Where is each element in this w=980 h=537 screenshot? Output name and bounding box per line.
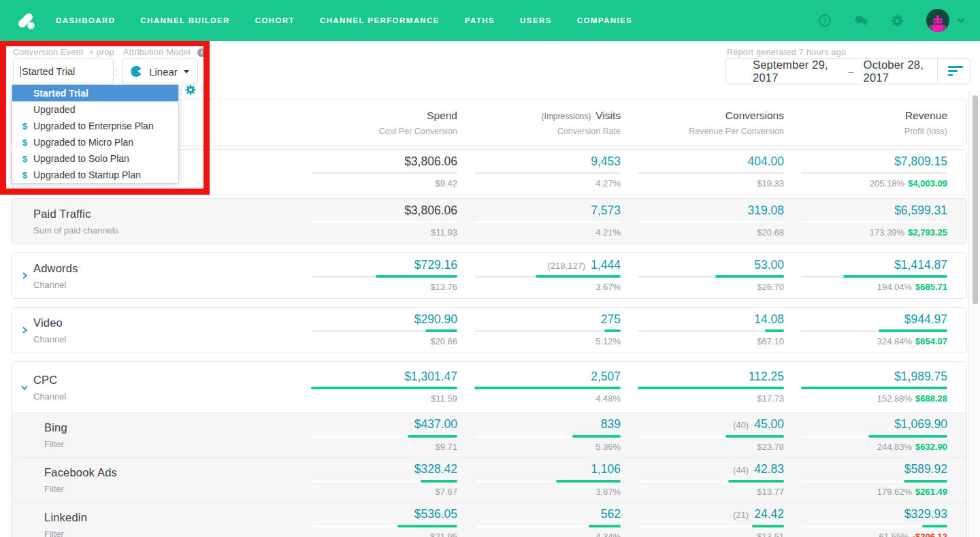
revenue-value[interactable]: $944.97 [904,314,947,326]
dropdown-option-upgraded-solo[interactable]: $ Upgraded to Solo Plan [12,150,178,167]
spend-value[interactable]: $1,301.47 [404,371,457,383]
dropdown-option-started-trial[interactable]: Started Trial [12,85,178,101]
header-visits-title: Visits [595,110,621,122]
visits-subvalue: 4.48% [595,393,621,404]
chat-icon[interactable] [854,14,868,27]
header-spend[interactable]: Spend Cost Per Conversion [294,99,457,146]
revenue-value[interactable]: $1,069.90 [894,419,947,431]
filter-sort-icon[interactable] [938,66,970,76]
top-nav: DASHBOARD CHANNEL BUILDER COHORT CHANNEL… [0,0,980,41]
expand-chevron-icon[interactable] [20,326,29,334]
spend-value[interactable]: $290.90 [414,314,457,326]
visits-value[interactable]: 1,444 [591,259,621,272]
row-subtitle: Filter [44,439,294,449]
nav-item-paths[interactable]: PATHS [465,16,495,25]
value-baseline [638,525,784,527]
dropdown-option-label: Upgraded to Enterprise Plan [33,120,154,131]
value-baseline [801,436,947,438]
vertical-scrollbar-thumb[interactable] [973,95,978,304]
row-name-cell: Paid Traffic Sum of paid channels [12,199,294,244]
visits-value[interactable]: 2,507 [591,371,621,383]
table-row-paid-traffic-card: Paid Traffic Sum of paid channels $3,806… [11,198,967,244]
row-title[interactable]: Adwords [33,262,294,275]
header-visits[interactable]: (Impressions) Visits Conversion Rate [457,99,621,146]
revenue-value[interactable]: $6,599.31 [894,205,947,217]
pie-chart-icon [131,65,143,78]
spend-value[interactable]: $536.05 [414,508,457,521]
visits-value[interactable]: 839 [601,419,621,431]
conversions-value[interactable]: 42.83 [754,463,784,476]
row-subtitle: Filter [44,529,294,537]
nav-item-users[interactable]: USERS [520,16,552,25]
dropdown-option-upgraded-enterprise[interactable]: $ Upgraded to Enterprise Plan [12,118,178,134]
header-revenue[interactable]: Revenue Profit (loss) [784,99,947,146]
nav-item-cohort[interactable]: COHORT [255,16,295,25]
row-title[interactable]: Bing [44,421,294,434]
visits-value[interactable]: 562 [601,508,621,521]
help-icon[interactable]: ? [818,14,832,27]
conversions-value[interactable]: 14.08 [754,314,784,326]
collapse-chevron-icon[interactable] [20,383,29,391]
nav-item-channel-performance[interactable]: CHANNEL PERFORMANCE [320,16,440,25]
row-title[interactable]: Video [33,316,294,329]
revenue-value[interactable]: $7,809.15 [894,156,947,168]
settings-gear-icon[interactable] [890,14,904,27]
profit-value: $688.28 [915,393,947,404]
spend-value[interactable]: $729.16 [414,259,457,272]
revenue-value[interactable]: $1,989.75 [894,371,947,383]
dropdown-option-upgraded-startup[interactable]: $ Upgraded to Startup Plan [12,167,178,183]
row-title[interactable]: CPC [33,374,294,387]
row-title[interactable]: Facebook Ads [44,466,294,479]
conversions-value[interactable]: 53.00 [754,259,784,272]
app-logo-icon[interactable] [15,9,38,32]
profit-value: $632.90 [915,442,947,452]
value-baseline [474,221,621,223]
visits-value[interactable]: 7,573 [591,205,621,217]
expand-chevron-icon[interactable] [20,272,29,280]
header-spend-title: Spend [427,110,457,122]
header-conversions[interactable]: Conversions Revenue Per Conversion [621,99,784,146]
value-baseline [638,221,784,223]
account-chevron-down-icon[interactable] [957,18,965,23]
conversions-value[interactable]: 319.08 [747,205,784,217]
visits-value[interactable]: 275 [601,314,621,326]
vertical-scrollbar-track[interactable] [968,91,980,537]
attribution-model-label: Attribution Model i [123,48,206,57]
table-row: Facebook Ads Filter $328.42 $7.67 1,106 … [12,457,966,502]
add-prop-link[interactable]: + prop [88,48,114,57]
nav-item-dashboard[interactable]: DASHBOARD [56,16,115,25]
conversions-value[interactable]: 112.25 [749,371,784,383]
date-range-picker[interactable]: September 29, 2017 – October 28, 2017 [725,58,970,84]
table-row-adwords-card: Adwords Channel $729.16 $13.76 (218,127)… [11,253,967,299]
visits-value[interactable]: 9,453 [591,156,621,168]
value-baseline [474,436,621,438]
visits-value[interactable]: 1,106 [591,463,621,476]
attribution-model-select[interactable]: Linear [122,59,198,84]
info-icon[interactable]: i [197,48,206,57]
conversions-value[interactable]: 404.00 [747,156,784,168]
dropdown-option-upgraded[interactable]: Upgraded [12,101,178,118]
value-bar [922,525,947,527]
conversions-cell: (21)24.42 $13.51 [621,503,784,537]
dropdown-option-upgraded-micro[interactable]: $ Upgraded to Micro Plan [12,134,178,150]
revenue-value[interactable]: $1,414.87 [894,259,947,272]
row-name-cell: CPC Channel [12,362,294,412]
row-title[interactable]: Linkedin [44,511,294,524]
spend-value[interactable]: $328.42 [414,463,457,476]
conversion-event-input[interactable]: Started Trial [13,59,114,84]
conversions-value[interactable]: 45.00 [754,419,784,431]
revenue-cell: $1,989.75 152.88%$688.28 [784,362,947,412]
user-avatar[interactable] [926,9,949,32]
spend-value[interactable]: $437.00 [414,419,457,431]
revenue-value[interactable]: $589.92 [904,463,947,476]
visits-cell: 1,106 3.87% [457,458,621,502]
revenue-value[interactable]: $329.93 [904,508,947,521]
event-settings-gear-icon[interactable] [185,84,196,95]
revenue-percent: 61.55% [879,532,909,537]
conversions-value[interactable]: 24.42 [754,508,784,521]
value-baseline [638,330,784,332]
nav-item-companies[interactable]: COMPANIES [577,16,632,25]
table-row: CPC Channel $1,301.47 $11.59 2,507 4.48%… [12,362,966,412]
value-bar [536,275,621,278]
nav-item-channel-builder[interactable]: CHANNEL BUILDER [140,16,229,25]
